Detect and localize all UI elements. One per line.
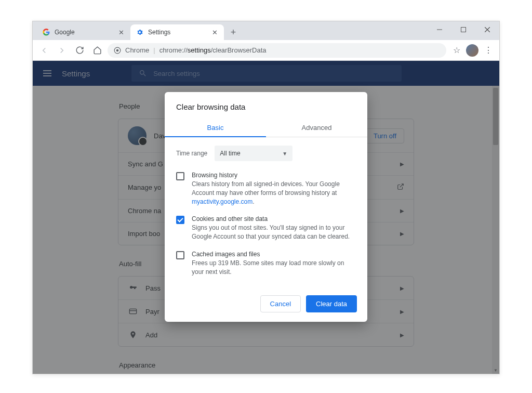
close-window-button[interactable] (475, 21, 499, 38)
myactivity-link[interactable]: myactivity.google.com (192, 198, 252, 205)
home-button[interactable] (90, 43, 104, 58)
dialog-tabs: Basic Advanced (165, 119, 367, 137)
forward-button[interactable] (55, 43, 69, 58)
settings-favicon (136, 28, 144, 36)
profile-avatar-icon[interactable] (466, 44, 478, 57)
svg-point-5 (116, 49, 119, 51)
chrome-page-icon (114, 47, 121, 54)
checkbox-cookies[interactable] (176, 216, 184, 224)
tab-settings[interactable]: Settings ✕ (130, 24, 224, 40)
dialog-tab-basic[interactable]: Basic (165, 119, 266, 137)
clear-data-button[interactable]: Clear data (306, 295, 357, 312)
reload-button[interactable] (72, 43, 87, 58)
checkbox-browsing-history[interactable] (176, 172, 184, 180)
omnibox-origin-label: Chrome (125, 46, 149, 54)
dialog-tab-advanced[interactable]: Advanced (266, 119, 367, 137)
bookmark-star-icon[interactable]: ☆ (449, 43, 464, 58)
browser-window: Google ✕ Settings ✕ + Chrome | chrome://… (32, 21, 500, 374)
tab-title: Settings (148, 29, 170, 36)
window-controls (428, 21, 499, 38)
browser-toolbar: Chrome | chrome://settings/clearBrowserD… (33, 40, 499, 61)
clear-browsing-data-dialog: Clear browsing data Basic Advanced Time … (165, 92, 367, 322)
google-favicon (42, 28, 50, 36)
option-browsing-history[interactable]: Browsing history Clears history from all… (176, 172, 356, 206)
omnibox-url: chrome://settings/clearBrowserData (159, 46, 267, 54)
dialog-body: Time range All time ▼ Browsing history C… (165, 137, 367, 290)
page-viewport: Settings People David Gwyer Turn off (33, 61, 499, 374)
chrome-menu-button[interactable]: ⋮ (481, 43, 495, 58)
tab-close-icon[interactable]: ✕ (211, 28, 219, 37)
tab-google[interactable]: Google ✕ (37, 24, 130, 40)
dialog-title: Clear browsing data (165, 92, 367, 119)
tab-close-icon[interactable]: ✕ (117, 28, 125, 37)
back-button[interactable] (37, 43, 51, 58)
time-range-label: Time range (176, 150, 207, 157)
option-cookies[interactable]: Cookies and other site data Signs you ou… (176, 215, 356, 241)
maximize-button[interactable] (451, 21, 475, 38)
omnibox-separator: | (153, 46, 155, 54)
option-cache[interactable]: Cached images and files Frees up 319 MB.… (176, 251, 356, 277)
time-range-select[interactable]: All time ▼ (215, 146, 292, 161)
svg-rect-1 (461, 28, 466, 32)
minimize-button[interactable] (428, 21, 451, 38)
new-tab-button[interactable]: + (226, 25, 241, 40)
dropdown-caret-icon: ▼ (282, 151, 287, 156)
checkbox-cache[interactable] (176, 251, 184, 259)
address-bar[interactable]: Chrome | chrome://settings/clearBrowserD… (108, 43, 446, 58)
cancel-button[interactable]: Cancel (260, 295, 301, 312)
dialog-actions: Cancel Clear data (165, 290, 367, 322)
tab-title: Google (55, 29, 75, 36)
